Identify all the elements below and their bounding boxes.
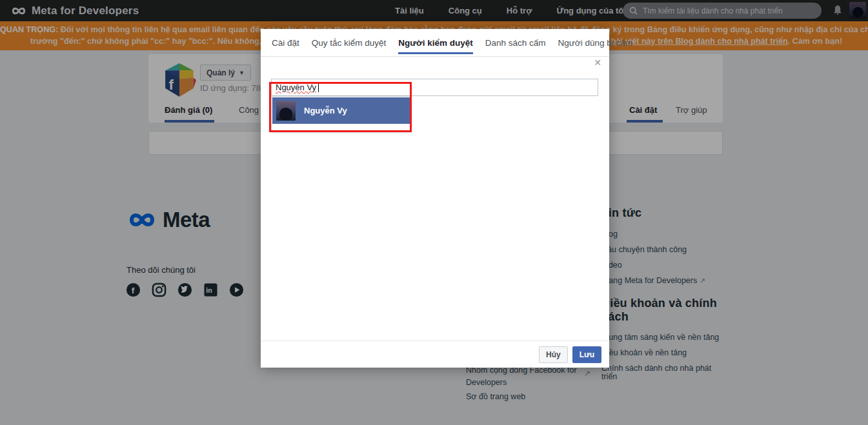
modal-tab-nguoi-dung-bi-cam[interactable]: Người dùng bị cấm xyxy=(558,30,632,55)
result-name: Nguyễn Vy xyxy=(304,106,347,115)
text-caret xyxy=(318,83,319,92)
close-icon[interactable]: ✕ xyxy=(594,57,601,68)
typeahead-dropdown: Nguyễn Vy xyxy=(271,96,411,132)
modal-tab-quy-tac-kiem-duyet[interactable]: Quy tắc kiểm duyệt xyxy=(312,30,387,55)
modal-tabs: Cài đặt Quy tắc kiểm duyệt Người kiểm du… xyxy=(261,29,609,57)
modal-footer: Hủy Lưu xyxy=(261,341,609,368)
cancel-button[interactable]: Hủy xyxy=(539,346,568,363)
reviewer-search-input[interactable]: Nguyễn Vy xyxy=(271,79,598,96)
reviewer-input-text: Nguyễn Vy xyxy=(276,83,316,92)
typeahead-result-item[interactable]: Nguyễn Vy xyxy=(272,97,410,124)
modal-tab-danh-sach-cam[interactable]: Danh sách cấm xyxy=(485,30,546,55)
result-avatar xyxy=(276,101,296,121)
save-button[interactable]: Lưu xyxy=(572,346,601,363)
modal-tab-cai-dat[interactable]: Cài đặt xyxy=(272,30,299,55)
moderation-settings-modal: Cài đặt Quy tắc kiểm duyệt Người kiểm du… xyxy=(261,29,609,368)
page: Meta for Developers Tài liệu Công cụ Hỗ … xyxy=(0,0,868,425)
modal-tab-nguoi-kiem-duyet[interactable]: Người kiểm duyệt xyxy=(398,30,472,55)
